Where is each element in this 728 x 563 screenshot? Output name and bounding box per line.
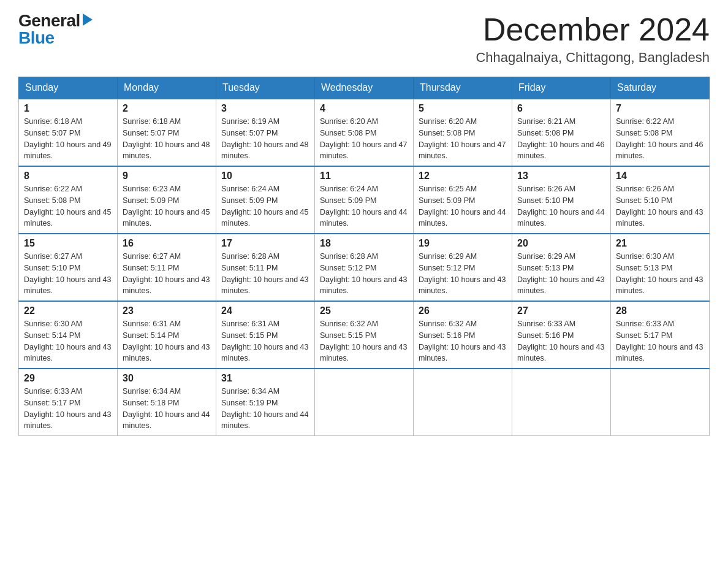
calendar-cell: 10 Sunrise: 6:24 AM Sunset: 5:09 PM Dayl… [216, 166, 315, 234]
day-number: 30 [123, 373, 211, 384]
calendar-cell: 7 Sunrise: 6:22 AM Sunset: 5:08 PM Dayli… [611, 99, 710, 166]
calendar-cell: 5 Sunrise: 6:20 AM Sunset: 5:08 PM Dayli… [414, 99, 512, 166]
day-info: Sunrise: 6:26 AM Sunset: 5:10 PM Dayligh… [517, 183, 605, 229]
calendar-cell: 30 Sunrise: 6:34 AM Sunset: 5:18 PM Dayl… [118, 369, 216, 436]
day-info: Sunrise: 6:31 AM Sunset: 5:15 PM Dayligh… [221, 318, 309, 364]
week-row-1: 1 Sunrise: 6:18 AM Sunset: 5:07 PM Dayli… [19, 99, 710, 166]
day-number: 18 [320, 238, 408, 249]
day-number: 23 [123, 305, 211, 316]
day-number: 26 [419, 305, 507, 316]
day-number: 22 [24, 305, 112, 316]
logo-general-text: General [18, 12, 80, 29]
day-number: 11 [320, 170, 408, 182]
day-number: 10 [221, 170, 309, 182]
day-number: 7 [616, 103, 704, 114]
week-row-2: 8 Sunrise: 6:22 AM Sunset: 5:08 PM Dayli… [19, 166, 710, 234]
calendar-cell: 28 Sunrise: 6:33 AM Sunset: 5:17 PM Dayl… [611, 301, 710, 369]
calendar-cell: 26 Sunrise: 6:32 AM Sunset: 5:16 PM Dayl… [414, 301, 512, 369]
day-number: 2 [123, 103, 211, 114]
day-info: Sunrise: 6:28 AM Sunset: 5:12 PM Dayligh… [320, 251, 408, 297]
day-number: 17 [221, 238, 309, 249]
calendar-header-thursday: Thursday [414, 77, 512, 99]
day-number: 5 [419, 103, 507, 114]
day-number: 24 [221, 305, 309, 316]
calendar-header-monday: Monday [118, 77, 216, 99]
calendar-cell: 2 Sunrise: 6:18 AM Sunset: 5:07 PM Dayli… [118, 99, 216, 166]
calendar-header-tuesday: Tuesday [216, 77, 315, 99]
logo-arrow-icon [83, 13, 93, 26]
calendar-cell: 22 Sunrise: 6:30 AM Sunset: 5:14 PM Dayl… [19, 301, 118, 369]
day-info: Sunrise: 6:18 AM Sunset: 5:07 PM Dayligh… [24, 116, 112, 162]
day-info: Sunrise: 6:20 AM Sunset: 5:08 PM Dayligh… [320, 116, 408, 162]
day-info: Sunrise: 6:33 AM Sunset: 5:16 PM Dayligh… [517, 318, 605, 364]
calendar-cell [414, 369, 512, 436]
calendar-cell: 29 Sunrise: 6:33 AM Sunset: 5:17 PM Dayl… [19, 369, 118, 436]
day-number: 25 [320, 305, 408, 316]
day-info: Sunrise: 6:22 AM Sunset: 5:08 PM Dayligh… [24, 183, 112, 229]
calendar-cell: 1 Sunrise: 6:18 AM Sunset: 5:07 PM Dayli… [19, 99, 118, 166]
day-number: 19 [419, 238, 507, 249]
day-info: Sunrise: 6:32 AM Sunset: 5:15 PM Dayligh… [320, 318, 408, 364]
day-info: Sunrise: 6:33 AM Sunset: 5:17 PM Dayligh… [24, 386, 112, 432]
calendar-cell: 9 Sunrise: 6:23 AM Sunset: 5:09 PM Dayli… [118, 166, 216, 234]
day-info: Sunrise: 6:27 AM Sunset: 5:10 PM Dayligh… [24, 251, 112, 297]
day-info: Sunrise: 6:27 AM Sunset: 5:11 PM Dayligh… [123, 251, 211, 297]
day-info: Sunrise: 6:30 AM Sunset: 5:13 PM Dayligh… [616, 251, 704, 297]
day-info: Sunrise: 6:34 AM Sunset: 5:18 PM Dayligh… [123, 386, 211, 432]
calendar-cell: 13 Sunrise: 6:26 AM Sunset: 5:10 PM Dayl… [512, 166, 611, 234]
day-number: 21 [616, 238, 704, 249]
calendar-cell: 4 Sunrise: 6:20 AM Sunset: 5:08 PM Dayli… [315, 99, 414, 166]
day-number: 28 [616, 305, 704, 316]
day-number: 6 [517, 103, 605, 114]
day-info: Sunrise: 6:32 AM Sunset: 5:16 PM Dayligh… [419, 318, 507, 364]
title-block: December 2024 Chhagalnaiya, Chittagong, … [476, 12, 710, 66]
day-number: 15 [24, 238, 112, 249]
day-number: 14 [616, 170, 704, 182]
week-row-4: 22 Sunrise: 6:30 AM Sunset: 5:14 PM Dayl… [19, 301, 710, 369]
day-info: Sunrise: 6:24 AM Sunset: 5:09 PM Dayligh… [221, 183, 309, 229]
calendar-cell: 17 Sunrise: 6:28 AM Sunset: 5:11 PM Dayl… [216, 234, 315, 301]
calendar-cell: 16 Sunrise: 6:27 AM Sunset: 5:11 PM Dayl… [118, 234, 216, 301]
location-title: Chhagalnaiya, Chittagong, Bangladesh [476, 50, 710, 66]
calendar-cell: 6 Sunrise: 6:21 AM Sunset: 5:08 PM Dayli… [512, 99, 611, 166]
calendar-cell: 11 Sunrise: 6:24 AM Sunset: 5:09 PM Dayl… [315, 166, 414, 234]
calendar-cell: 19 Sunrise: 6:29 AM Sunset: 5:12 PM Dayl… [414, 234, 512, 301]
calendar-cell: 3 Sunrise: 6:19 AM Sunset: 5:07 PM Dayli… [216, 99, 315, 166]
day-number: 31 [221, 373, 309, 384]
logo: General Blue [18, 12, 93, 47]
calendar-header-friday: Friday [512, 77, 611, 99]
calendar-cell: 31 Sunrise: 6:34 AM Sunset: 5:19 PM Dayl… [216, 369, 315, 436]
day-info: Sunrise: 6:18 AM Sunset: 5:07 PM Dayligh… [123, 116, 211, 162]
day-info: Sunrise: 6:25 AM Sunset: 5:09 PM Dayligh… [419, 183, 507, 229]
calendar-cell [611, 369, 710, 436]
calendar-cell: 15 Sunrise: 6:27 AM Sunset: 5:10 PM Dayl… [19, 234, 118, 301]
calendar-cell: 18 Sunrise: 6:28 AM Sunset: 5:12 PM Dayl… [315, 234, 414, 301]
calendar-cell [512, 369, 611, 436]
calendar-cell: 8 Sunrise: 6:22 AM Sunset: 5:08 PM Dayli… [19, 166, 118, 234]
day-info: Sunrise: 6:28 AM Sunset: 5:11 PM Dayligh… [221, 251, 309, 297]
day-number: 8 [24, 170, 112, 182]
day-info: Sunrise: 6:21 AM Sunset: 5:08 PM Dayligh… [517, 116, 605, 162]
day-number: 27 [517, 305, 605, 316]
day-number: 13 [517, 170, 605, 182]
calendar-cell: 23 Sunrise: 6:31 AM Sunset: 5:14 PM Dayl… [118, 301, 216, 369]
day-info: Sunrise: 6:22 AM Sunset: 5:08 PM Dayligh… [616, 116, 704, 162]
calendar-table: SundayMondayTuesdayWednesdayThursdayFrid… [18, 77, 710, 436]
calendar-header-wednesday: Wednesday [315, 77, 414, 99]
day-info: Sunrise: 6:24 AM Sunset: 5:09 PM Dayligh… [320, 183, 408, 229]
day-number: 4 [320, 103, 408, 114]
calendar-header-sunday: Sunday [19, 77, 118, 99]
calendar-header-saturday: Saturday [611, 77, 710, 99]
day-number: 1 [24, 103, 112, 114]
day-info: Sunrise: 6:31 AM Sunset: 5:14 PM Dayligh… [123, 318, 211, 364]
calendar-cell: 21 Sunrise: 6:30 AM Sunset: 5:13 PM Dayl… [611, 234, 710, 301]
day-number: 12 [419, 170, 507, 182]
day-number: 16 [123, 238, 211, 249]
day-info: Sunrise: 6:29 AM Sunset: 5:13 PM Dayligh… [517, 251, 605, 297]
day-number: 29 [24, 373, 112, 384]
calendar-cell: 20 Sunrise: 6:29 AM Sunset: 5:13 PM Dayl… [512, 234, 611, 301]
day-number: 20 [517, 238, 605, 249]
calendar-cell: 24 Sunrise: 6:31 AM Sunset: 5:15 PM Dayl… [216, 301, 315, 369]
calendar-cell: 14 Sunrise: 6:26 AM Sunset: 5:10 PM Dayl… [611, 166, 710, 234]
month-title: December 2024 [476, 12, 710, 47]
